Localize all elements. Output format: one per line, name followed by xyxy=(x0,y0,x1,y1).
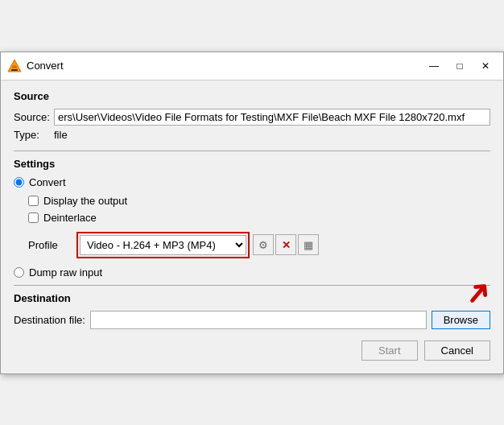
deinterlace-label[interactable]: Deinterlace xyxy=(43,212,97,224)
restore-button[interactable]: □ xyxy=(448,57,471,75)
profile-settings-button[interactable]: ⚙ xyxy=(253,234,274,255)
cancel-button[interactable]: Cancel xyxy=(424,340,490,361)
footer-buttons: Start Cancel xyxy=(14,340,490,364)
dump-raw-label[interactable]: Dump raw input xyxy=(29,266,102,279)
divider-1 xyxy=(14,151,490,151)
type-label: Type: xyxy=(14,129,54,141)
browse-button[interactable]: Browse xyxy=(432,311,490,329)
source-section-title: Source xyxy=(14,90,490,102)
titlebar: Convert — □ ✕ xyxy=(1,52,503,80)
svg-rect-1 xyxy=(11,69,18,71)
display-output-checkbox[interactable] xyxy=(28,196,39,206)
dump-raw-row: Dump raw input xyxy=(14,266,490,279)
source-label: Source: xyxy=(14,111,54,123)
dump-raw-radio[interactable] xyxy=(14,267,24,278)
minimize-button[interactable]: — xyxy=(423,57,445,75)
window-controls: — □ ✕ xyxy=(423,57,497,75)
destination-section: Destination Destination file: ➜ Browse xyxy=(14,292,490,329)
settings-section: Settings Convert Display the output Dein… xyxy=(14,158,490,279)
convert-radio-row: Convert xyxy=(14,176,490,188)
convert-radio[interactable] xyxy=(14,177,24,188)
start-button[interactable]: Start xyxy=(361,340,417,361)
profile-edit-button[interactable]: ▦ xyxy=(298,234,319,255)
window-title: Convert xyxy=(27,60,423,72)
app-icon xyxy=(7,59,22,73)
destination-file-row: Destination file: ➜ Browse xyxy=(14,311,490,329)
deinterlace-row: Deinterlace xyxy=(28,212,490,224)
convert-window: Convert — □ ✕ Source Source: ers\User\Vi… xyxy=(0,52,504,374)
svg-point-2 xyxy=(12,65,17,68)
type-value: file xyxy=(54,129,68,141)
source-file-row: Source: ers\User\Videos\Video File Forma… xyxy=(14,109,490,126)
deinterlace-checkbox[interactable] xyxy=(28,212,39,223)
profile-buttons: ⚙ ✕ ▦ xyxy=(253,234,319,255)
profile-select[interactable]: Video - H.264 + MP3 (MP4) Video - H.265 … xyxy=(80,235,246,255)
profile-label: Profile xyxy=(28,239,76,251)
profile-row: Profile Video - H.264 + MP3 (MP4) Video … xyxy=(28,232,490,258)
convert-radio-label[interactable]: Convert xyxy=(29,176,66,188)
source-section: Source Source: ers\User\Videos\Video Fil… xyxy=(14,90,490,141)
arrow-container: ➜ Browse xyxy=(427,311,490,329)
source-value: ers\User\Videos\Video File Formats for T… xyxy=(54,109,490,126)
divider-2 xyxy=(14,285,490,286)
dest-file-label: Destination file: xyxy=(14,314,90,326)
display-output-label[interactable]: Display the output xyxy=(43,195,127,207)
profile-select-wrapper: Video - H.264 + MP3 (MP4) Video - H.265 … xyxy=(76,232,250,258)
close-button[interactable]: ✕ xyxy=(474,57,497,75)
main-content: Source Source: ers\User\Videos\Video Fil… xyxy=(1,80,503,373)
destination-section-title: Destination xyxy=(14,292,490,304)
destination-input[interactable] xyxy=(90,311,427,329)
source-type-row: Type: file xyxy=(14,129,490,141)
settings-section-title: Settings xyxy=(14,158,490,170)
profile-delete-button[interactable]: ✕ xyxy=(275,234,296,255)
display-output-row: Display the output xyxy=(28,195,490,207)
